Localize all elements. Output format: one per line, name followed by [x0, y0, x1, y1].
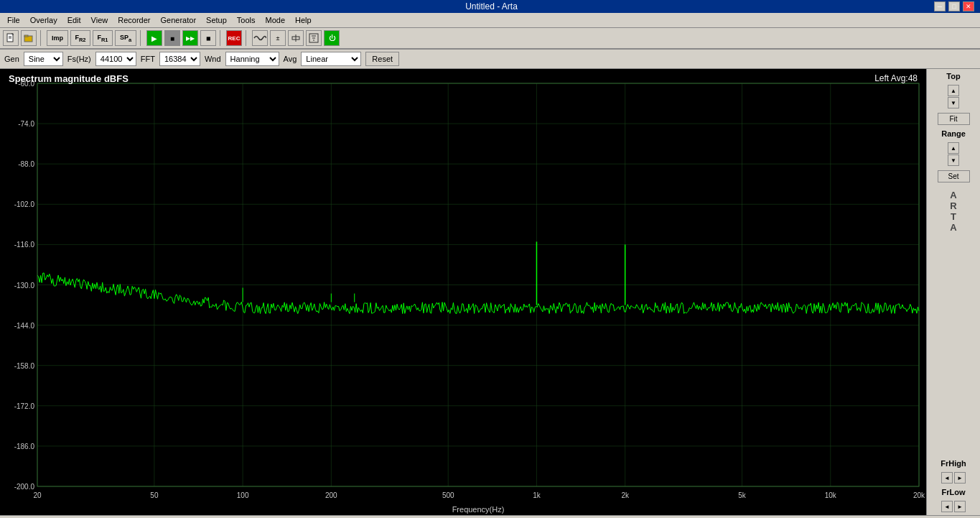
- fr1-label: FR1: [97, 34, 108, 43]
- range-down-arrow[interactable]: ▼: [948, 154, 959, 166]
- chart-title: Spectrum magnitude dBFS: [9, 73, 129, 84]
- svg-rect-4: [24, 35, 28, 37]
- spa-label: SPa: [120, 34, 131, 43]
- menu-tools[interactable]: Tools: [233, 14, 260, 26]
- toolbar-sep-1: [40, 30, 43, 46]
- close-button[interactable]: ✕: [963, 1, 974, 11]
- filter-button[interactable]: [306, 30, 322, 46]
- reset-button[interactable]: Reset: [365, 52, 399, 66]
- frlow-arrows: ◄ ►: [941, 501, 966, 512]
- channel-label: Left Avg:48: [874, 73, 918, 83]
- menu-help[interactable]: Help: [291, 14, 316, 26]
- open-button[interactable]: [21, 30, 37, 46]
- fr2-label: FR2: [75, 34, 85, 43]
- imp-button[interactable]: Imp: [47, 30, 68, 46]
- right-panel: Top ▲ ▼ Fit Range ▲ ▼ Set A R T A FrHigh…: [926, 69, 980, 515]
- fr1-button[interactable]: FR1: [93, 30, 113, 46]
- arta-a1: A: [950, 190, 956, 200]
- play-button[interactable]: ▶: [146, 30, 162, 46]
- top-label: Top: [946, 72, 960, 80]
- top-scrollbar[interactable]: ▲ ▼: [948, 85, 959, 108]
- frlow-left-arrow[interactable]: ◄: [941, 501, 953, 512]
- gen-select[interactable]: Sine White Pink: [24, 52, 63, 66]
- fft-label: FFT: [141, 55, 155, 63]
- play2-button[interactable]: ▶▶: [182, 30, 198, 46]
- set-button[interactable]: Set: [938, 170, 970, 182]
- avg-select[interactable]: Linear Exponential Peak Hold: [301, 52, 361, 66]
- minimize-button[interactable]: ─: [934, 1, 946, 11]
- range-label: Range: [941, 129, 966, 138]
- stop2-button[interactable]: ◼: [200, 30, 216, 46]
- window-controls: ─ □ ✕: [934, 1, 974, 11]
- menu-overlay[interactable]: Overlay: [26, 14, 62, 26]
- wnd-label: Wnd: [205, 55, 221, 63]
- power-button[interactable]: ⏻: [324, 30, 340, 46]
- frhigh-right-arrow[interactable]: ►: [954, 472, 966, 484]
- chart-container: Spectrum magnitude dBFS Left Avg:48: [0, 69, 926, 515]
- menu-edit[interactable]: Edit: [63, 14, 85, 26]
- frlow-label: FrLow: [942, 488, 966, 496]
- toolbar-sep-3: [220, 30, 223, 46]
- top-up-arrow[interactable]: ▲: [948, 85, 959, 96]
- frhigh-label: FrHigh: [941, 459, 966, 468]
- arta-r: R: [950, 200, 956, 211]
- fit-button[interactable]: Fit: [938, 113, 970, 125]
- toolbar-sep-4: [246, 30, 248, 46]
- maximize-button[interactable]: □: [948, 1, 960, 11]
- range-scrollbar[interactable]: ▲ ▼: [948, 142, 959, 166]
- balance-button[interactable]: [288, 30, 304, 46]
- new-button[interactable]: [3, 30, 19, 46]
- menu-generator[interactable]: Generator: [157, 14, 201, 26]
- spectrum-canvas[interactable]: [0, 69, 926, 515]
- fft-select[interactable]: 1024 2048 4096 8192 16384 32768: [159, 52, 200, 66]
- controls-bar: Gen Sine White Pink Fs(Hz) 44100 48000 9…: [0, 50, 980, 69]
- title-bar: Untitled - Arta ─ □ ✕: [0, 0, 980, 13]
- fs-label: Fs(Hz): [67, 55, 91, 63]
- range-up-arrow[interactable]: ▲: [948, 142, 959, 154]
- menu-view[interactable]: View: [87, 14, 113, 26]
- avg-label: Avg: [284, 55, 297, 63]
- arta-t: T: [951, 211, 956, 222]
- frhigh-left-arrow[interactable]: ◄: [941, 472, 953, 484]
- main-area: Spectrum magnitude dBFS Left Avg:48 Top …: [0, 69, 980, 515]
- stop-button[interactable]: ■: [164, 30, 180, 46]
- arta-a2: A: [950, 222, 956, 233]
- imp-label: Imp: [52, 34, 63, 42]
- top-down-arrow[interactable]: ▼: [948, 97, 959, 108]
- fr2-button[interactable]: FR2: [70, 30, 90, 46]
- wnd-select[interactable]: Hanning Hamming Blackman Flat Top None: [225, 52, 279, 66]
- frhigh-arrows: ◄ ►: [941, 472, 966, 484]
- status-bar: Cursor: 16908.9 Hz, -138.61 dB RMS = -10…: [0, 515, 980, 518]
- wave-button[interactable]: [252, 30, 268, 46]
- menu-setup[interactable]: Setup: [202, 14, 231, 26]
- menu-bar: File Overlay Edit View Recorder Generato…: [0, 13, 980, 28]
- gen-label: Gen: [4, 55, 19, 63]
- menu-recorder[interactable]: Recorder: [113, 14, 154, 26]
- frlow-right-arrow[interactable]: ►: [954, 501, 966, 512]
- rec-button[interactable]: REC: [226, 30, 242, 46]
- spa-button[interactable]: SPa: [115, 30, 136, 46]
- menu-file[interactable]: File: [3, 14, 24, 26]
- toolbar: Imp FR2 FR1 SPa ▶ ■ ▶▶ ◼ REC ± ⏻: [0, 28, 980, 50]
- fs-select[interactable]: 44100 48000 96000: [95, 52, 136, 66]
- menu-mode[interactable]: Mode: [261, 14, 289, 26]
- gain-button[interactable]: ±: [270, 30, 286, 46]
- toolbar-sep-2: [140, 30, 143, 46]
- title-text: Untitled - Arta: [465, 1, 518, 11]
